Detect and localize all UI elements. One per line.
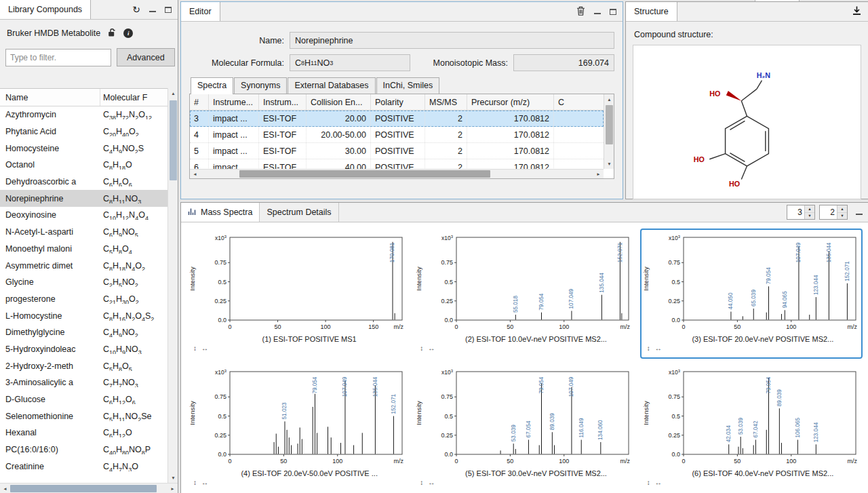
- scroll-right-icon[interactable]: ►: [167, 484, 178, 493]
- tab-editor[interactable]: Editor: [181, 2, 220, 21]
- monoisotopic-mass-field[interactable]: 169.074: [513, 54, 614, 71]
- compound-row[interactable]: GlycineC2H5NO2: [0, 274, 167, 291]
- scrollbar-thumb[interactable]: [10, 485, 157, 492]
- tab-mass-spectra[interactable]: Mass Spectra: [181, 203, 260, 222]
- spectra-column-header[interactable]: MS/MS: [425, 94, 467, 110]
- editor-tab-synonyms[interactable]: Synonyms: [234, 77, 287, 94]
- editor-tab-external-databases[interactable]: External Databases: [288, 77, 375, 94]
- spectrum-row[interactable]: 5impact ...ESI-TOF30.00POSITIVE2170.0812: [190, 143, 604, 159]
- scroll-right-icon[interactable]: ►: [593, 169, 604, 179]
- tab-structure[interactable]: Structure: [626, 2, 677, 21]
- spectrum-row[interactable]: 4impact ...ESI-TOF20.00-50.00POSITIVE217…: [190, 127, 604, 143]
- scroll-down-icon[interactable]: ▼: [604, 159, 614, 169]
- minimize-icon[interactable]: [856, 210, 863, 215]
- compound-row[interactable]: L-HomocystineC8H16N2O4S2: [0, 307, 167, 324]
- scroll-left-icon[interactable]: ◄: [0, 484, 10, 493]
- compound-list-vertical-scrollbar[interactable]: ▲ ▼: [167, 88, 178, 483]
- compound-row[interactable]: Monoethyl maloniC5H8O4: [0, 241, 167, 258]
- compound-row[interactable]: D-GlucoseC6H12O6: [0, 391, 167, 408]
- pan-vertical-icon[interactable]: ↕: [193, 344, 197, 352]
- pan-horizontal-icon[interactable]: ↔: [201, 344, 208, 352]
- columns-spinner[interactable]: 3 ▲ ▼: [787, 205, 815, 220]
- pan-horizontal-icon[interactable]: ↔: [201, 479, 208, 486]
- float-window-icon[interactable]: [610, 9, 616, 15]
- spectra-column-header[interactable]: Polarity: [371, 94, 425, 110]
- spectrum-chart-4[interactable]: 0.00.250.50.75x103050100m/zIntensity51.0…: [186, 363, 409, 493]
- compound-row[interactable]: SelenomethionineC5H11NO2Se: [0, 408, 167, 425]
- structure-viewer[interactable]: HO H₂N HO HO: [633, 45, 861, 199]
- compound-row[interactable]: AzythromycinC38H72N2O12: [0, 106, 167, 123]
- compound-row[interactable]: NorepinephrineC8H11NO3: [0, 190, 167, 207]
- spectra-column-header[interactable]: Precursor (m/z): [467, 94, 554, 110]
- scrollbar-thumb[interactable]: [170, 100, 177, 180]
- spectra-column-header[interactable]: Instrum...: [259, 94, 307, 110]
- scrollbar-thumb[interactable]: [239, 170, 490, 178]
- column-header-name[interactable]: Name: [0, 89, 100, 106]
- spectra-table-vertical-scrollbar[interactable]: ▲ ▼: [604, 94, 614, 169]
- scroll-left-icon[interactable]: ◄: [190, 169, 200, 179]
- compound-row[interactable]: PC(16:0/16:0)C40H80NO8P: [0, 441, 167, 458]
- pan-vertical-icon[interactable]: ↕: [420, 344, 423, 352]
- spinner-up-icon[interactable]: ▲: [837, 205, 847, 213]
- name-field[interactable]: Norepinephrine: [290, 32, 614, 49]
- pan-vertical-icon[interactable]: ↕: [647, 479, 650, 486]
- columns-spinner-value[interactable]: 3: [787, 205, 804, 219]
- spinner-down-icon[interactable]: ▼: [805, 213, 814, 220]
- spectrum-chart-3[interactable]: 0.00.250.50.75x103050100m/zIntensity44.0…: [640, 229, 863, 359]
- tab-spectrum-details[interactable]: Spectrum Details: [260, 203, 338, 222]
- editor-tab-inchi-smiles[interactable]: InChi, Smiles: [376, 77, 440, 94]
- compound-row[interactable]: progesteroneC21H30O2: [0, 291, 167, 308]
- compound-row[interactable]: 3-Aminosalicylic aC7H7NO3: [0, 374, 167, 391]
- spectra-column-header[interactable]: Instrume...: [209, 94, 259, 110]
- compound-row[interactable]: 2-Hydroxy-2-methC5H8O5: [0, 357, 167, 374]
- advanced-button[interactable]: Advanced: [117, 48, 175, 66]
- pan-vertical-icon[interactable]: ↕: [193, 479, 197, 486]
- scrollbar-thumb[interactable]: [606, 105, 613, 144]
- spinner-down-icon[interactable]: ▼: [837, 213, 847, 220]
- info-icon[interactable]: i: [123, 28, 133, 38]
- rows-spinner-value[interactable]: 2: [820, 205, 837, 219]
- download-icon[interactable]: [852, 5, 862, 18]
- scroll-up-icon[interactable]: ▲: [604, 94, 614, 104]
- compound-list-horizontal-scrollbar[interactable]: ◄ ►: [0, 483, 178, 493]
- pan-horizontal-icon[interactable]: ↔: [428, 479, 435, 486]
- pan-horizontal-icon[interactable]: ↔: [655, 344, 662, 352]
- spectra-column-header[interactable]: Collision En...: [307, 94, 371, 110]
- delete-icon[interactable]: [576, 6, 585, 18]
- spectrum-row[interactable]: 6impact ...ESI-TOF40.00POSITIVE2170.0812: [190, 159, 604, 169]
- pan-horizontal-icon[interactable]: ↔: [428, 344, 435, 352]
- minimize-icon[interactable]: [594, 9, 601, 14]
- pan-horizontal-icon[interactable]: ↔: [655, 479, 662, 486]
- compound-row[interactable]: OctanolC8H18O: [0, 157, 167, 174]
- editor-tab-spectra[interactable]: Spectra: [191, 77, 233, 94]
- compound-row[interactable]: Phytanic AcidC20H40O2: [0, 123, 167, 140]
- compound-row[interactable]: Dehydroascorbic aC6H6O6: [0, 174, 167, 191]
- column-header-molecular-formula[interactable]: Molecular F: [100, 89, 167, 106]
- spectrum-chart-2[interactable]: 0.00.250.50.75x103050100m/zIntensity55.0…: [413, 229, 635, 359]
- spectrum-chart-1[interactable]: 0.00.250.50.75x103050100150m/zIntensity1…: [186, 229, 409, 359]
- rows-spinner[interactable]: 2 ▲ ▼: [819, 205, 848, 220]
- compound-row[interactable]: 5-HydroxyindoleacC10H9NO3: [0, 341, 167, 358]
- spinner-up-icon[interactable]: ▲: [805, 205, 814, 213]
- tab-library-compounds[interactable]: Library Compounds: [0, 0, 91, 19]
- float-window-icon[interactable]: [165, 7, 172, 13]
- compound-row[interactable]: HexanalC6H12O: [0, 425, 167, 441]
- spectrum-chart-5[interactable]: 0.00.250.50.75x103050100m/zIntensity53.0…: [413, 363, 635, 493]
- scroll-up-icon[interactable]: ▲: [168, 88, 178, 98]
- compound-row[interactable]: Asymmetric dimetC8H18N4O2: [0, 257, 167, 274]
- compound-row[interactable]: CreatinineC4H7N3O: [0, 458, 167, 475]
- scroll-down-icon[interactable]: ▼: [168, 473, 178, 483]
- spectra-column-header[interactable]: #: [190, 94, 209, 110]
- molecular-formula-field[interactable]: C8H11NO3: [290, 54, 410, 71]
- pan-vertical-icon[interactable]: ↕: [420, 479, 423, 486]
- refresh-icon[interactable]: ↻: [132, 5, 140, 14]
- lock-icon[interactable]: [107, 28, 117, 39]
- spectrum-row[interactable]: 3impact ...ESI-TOF20.00POSITIVE2170.0812: [190, 111, 604, 127]
- compound-row[interactable]: DimethylglycineC4H9NO2: [0, 324, 167, 341]
- compound-row[interactable]: DeoxyinosineC10H12N4O4: [0, 207, 167, 224]
- minimize-icon[interactable]: [149, 7, 156, 12]
- filter-input[interactable]: [5, 49, 111, 66]
- compound-row[interactable]: HomocysteineC4H9NO2S: [0, 140, 167, 157]
- pan-vertical-icon[interactable]: ↕: [647, 344, 650, 352]
- spectra-table-horizontal-scrollbar[interactable]: ◄ ►: [190, 169, 604, 178]
